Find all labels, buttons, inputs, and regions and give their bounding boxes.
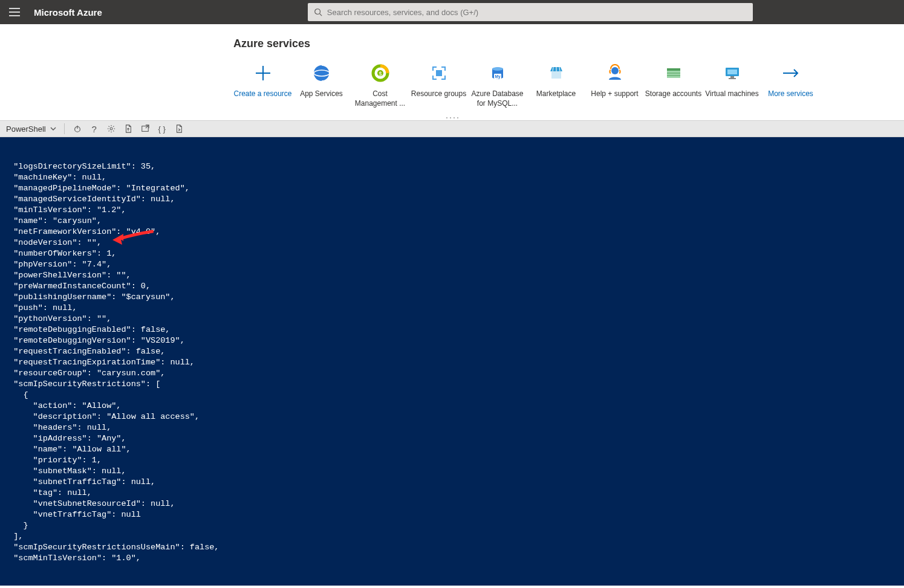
service-label: Azure Database for MySQL... xyxy=(468,89,527,108)
shell-mode-label: PowerShell xyxy=(6,124,46,134)
services-title: Azure services xyxy=(233,37,904,50)
service-tile[interactable]: App Services xyxy=(292,61,351,108)
help-button[interactable]: ? xyxy=(86,121,102,136)
terminal-output: "logsDirectorySizeLimit": 35, "machineKe… xyxy=(4,161,900,564)
svg-point-3 xyxy=(315,9,320,15)
svg-rect-22 xyxy=(727,69,737,74)
service-icon xyxy=(585,61,644,85)
editor-button[interactable]: { } xyxy=(154,121,170,136)
power-icon xyxy=(73,124,82,133)
toolbar-separator xyxy=(64,123,65,134)
service-tile[interactable]: Storage accounts xyxy=(644,61,703,108)
service-icon xyxy=(233,61,292,85)
global-search[interactable] xyxy=(308,3,753,21)
svg-rect-23 xyxy=(730,76,734,78)
service-label: Storage accounts xyxy=(644,89,703,99)
service-icon: My xyxy=(468,61,527,85)
service-tile[interactable]: More services xyxy=(761,61,820,108)
svg-point-28 xyxy=(110,128,112,130)
service-icon xyxy=(409,61,468,85)
service-label: Create a resource xyxy=(233,89,292,99)
cloud-shell-terminal[interactable]: "logsDirectorySizeLimit": 35, "machineKe… xyxy=(0,137,904,586)
search-icon xyxy=(314,8,322,16)
service-tile[interactable]: Help + support xyxy=(585,61,644,108)
brand-label: Microsoft Azure xyxy=(34,7,102,18)
file-upload-icon xyxy=(124,124,132,133)
gear-icon xyxy=(107,124,115,133)
braces-icon: { } xyxy=(158,124,166,134)
help-icon: ? xyxy=(92,124,97,134)
chevron-down-icon xyxy=(50,125,57,132)
search-input[interactable] xyxy=(327,8,747,17)
new-session-button[interactable] xyxy=(137,121,153,136)
pane-resize-handle[interactable] xyxy=(0,115,904,120)
services-row: Create a resourceApp Services$Cost Manag… xyxy=(233,61,904,108)
restart-shell-button[interactable] xyxy=(70,121,85,136)
service-icon xyxy=(761,61,820,85)
azure-services-section: Azure services Create a resourceApp Serv… xyxy=(0,24,904,115)
cloud-shell-toolbar: PowerShell ? { } xyxy=(0,120,904,137)
service-label: Resource groups xyxy=(409,89,468,99)
web-preview-button[interactable] xyxy=(171,121,187,136)
service-tile[interactable]: Resource groups xyxy=(409,61,468,108)
service-icon xyxy=(292,61,351,85)
service-icon: $ xyxy=(351,61,409,85)
svg-line-4 xyxy=(319,14,322,16)
service-tile[interactable]: $Cost Management ... xyxy=(351,61,409,108)
service-label: Help + support xyxy=(585,89,644,99)
service-tile[interactable]: MyAzure Database for MySQL... xyxy=(468,61,527,108)
menu-icon[interactable] xyxy=(0,0,29,24)
service-icon xyxy=(527,61,585,85)
file-preview-icon xyxy=(175,124,183,133)
service-icon xyxy=(644,61,703,85)
svg-rect-18 xyxy=(667,68,680,71)
service-label: Marketplace xyxy=(527,89,585,99)
svg-text:$: $ xyxy=(379,71,382,77)
service-label: Virtual machines xyxy=(703,89,761,99)
upload-download-button[interactable] xyxy=(120,121,136,136)
top-bar: Microsoft Azure xyxy=(0,0,904,24)
service-tile[interactable]: Create a resource xyxy=(233,61,292,108)
svg-point-13 xyxy=(492,67,503,71)
svg-text:My: My xyxy=(495,74,500,79)
svg-point-16 xyxy=(611,67,619,74)
svg-rect-12 xyxy=(437,71,441,76)
service-label: App Services xyxy=(292,89,351,99)
service-label: More services xyxy=(761,89,820,99)
service-tile[interactable]: Marketplace xyxy=(527,61,585,108)
service-icon xyxy=(703,61,761,85)
settings-button[interactable] xyxy=(103,121,119,136)
service-tile[interactable]: Virtual machines xyxy=(703,61,761,108)
svg-rect-24 xyxy=(729,78,736,79)
new-window-icon xyxy=(141,124,149,133)
shell-mode-select[interactable]: PowerShell xyxy=(4,121,59,136)
service-label: Cost Management ... xyxy=(351,89,409,108)
